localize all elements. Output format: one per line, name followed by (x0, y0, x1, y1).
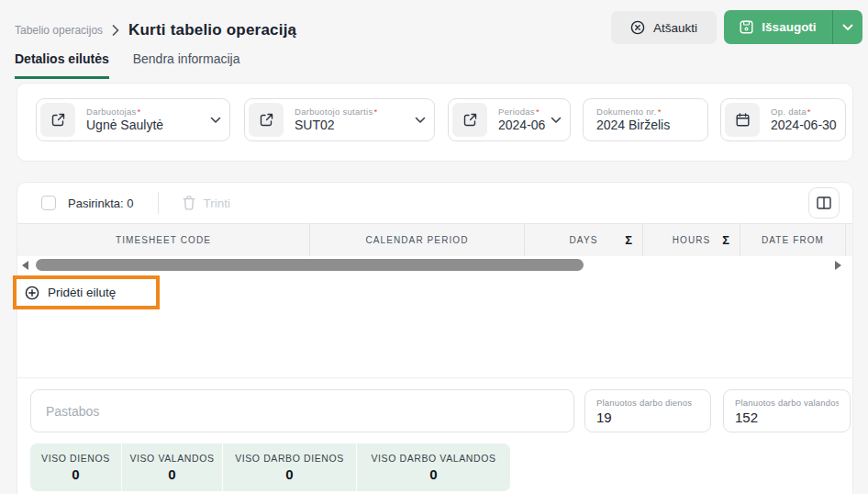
tab-detalios-eilutes[interactable]: Detalios eilutės (15, 51, 109, 79)
trash-icon (183, 196, 195, 210)
column-header-filler (846, 224, 852, 256)
document-number-label: Dokumento nr.* (596, 107, 670, 118)
totals-strip: VISO DIENOS 0 VISO VALANDOS 0 VISO DARBO… (30, 443, 510, 491)
operation-date-value: 2024-06-30 (771, 118, 837, 134)
add-row-button[interactable]: Pridėti eilutę (17, 279, 156, 306)
period-field-label: Periodas* (498, 107, 545, 118)
external-link-icon[interactable] (452, 103, 487, 137)
document-fields-card: Darbuotojas* Ugnė Saulytė Darbuotojo sut… (17, 83, 853, 162)
planned-work-days-box: Planuotos darbo dienos 19 (584, 389, 711, 432)
planned-work-hours-value: 152 (735, 410, 839, 425)
table-toolbar: Pasirinkta: 0 Trinti (17, 183, 852, 223)
save-options-dropdown-button[interactable] (832, 10, 862, 44)
planned-work-hours-label: Planuotos darbo valandos (735, 398, 839, 408)
period-field-value: 2024-06 (498, 118, 545, 134)
notes-section-divider (17, 377, 853, 378)
total-hours-cell: VISO VALANDOS 0 (122, 443, 223, 491)
breadcrumb: Tabelio operacijos Kurti tabelio operaci… (15, 17, 296, 44)
total-days-cell: VISO DIENOS 0 (30, 443, 122, 491)
column-header-days[interactable]: DAYS Σ (525, 224, 643, 256)
chevron-down-icon[interactable] (551, 117, 562, 124)
employee-select[interactable]: Darbuotojas* Ugnė Saulytė (36, 98, 230, 141)
required-asterisk: * (373, 107, 377, 117)
calendar-icon[interactable] (725, 103, 760, 137)
total-work-hours-cell: VISO DARBO VALANDOS 0 (357, 443, 510, 491)
sigma-sum-icon[interactable]: Σ (625, 233, 632, 247)
employee-field-value: Ugnė Saulytė (86, 118, 163, 134)
column-header-hours[interactable]: HOURS Σ (643, 224, 740, 256)
total-work-hours-label: VISO DARBO VALANDOS (371, 453, 495, 464)
document-number-text: Dokumento nr.* 2024 Birželis (584, 107, 670, 133)
document-number-field[interactable]: Dokumento nr.* 2024 Birželis (583, 98, 708, 141)
required-asterisk: * (536, 107, 540, 117)
table-header-row: TIMESHEET CODE CALENDAR PERIOD DAYS Σ HO… (17, 223, 852, 256)
save-button[interactable]: Išsaugoti (724, 10, 832, 44)
chevron-down-icon (842, 24, 853, 31)
contract-field-label: Darbuotojo sutartis* (295, 107, 377, 118)
page-title: Kurti tabelio operaciją (128, 21, 296, 39)
document-number-value: 2024 Birželis (596, 118, 670, 134)
sigma-sum-icon[interactable]: Σ (722, 233, 729, 247)
cancel-button[interactable]: Atšaukti (611, 11, 717, 44)
delete-rows-button[interactable]: Trinti (183, 196, 231, 210)
add-row-label: Pridėti eilutę (48, 286, 116, 299)
delete-rows-label: Trinti (204, 196, 231, 210)
chevron-down-icon[interactable] (415, 117, 426, 124)
total-days-value: 0 (72, 466, 79, 482)
operation-date-field[interactable]: Op. data* 2024-06-30 (720, 98, 846, 141)
column-header-timesheet-code[interactable]: TIMESHEET CODE (17, 224, 310, 256)
notes-input[interactable] (30, 389, 574, 432)
total-hours-value: 0 (168, 466, 175, 482)
total-work-days-label: VISO DARBO DIENOS (235, 453, 344, 464)
required-asterisk: * (807, 107, 811, 117)
toolbar-divider (158, 192, 159, 214)
operation-date-text: Op. data* 2024-06-30 (763, 107, 837, 133)
total-work-hours-value: 0 (429, 466, 437, 482)
tab-bendra-informacija[interactable]: Bendra informacija (133, 51, 240, 79)
columns-layout-icon (817, 196, 831, 209)
tab-bar: Detalios eilutės Bendra informacija (15, 51, 239, 79)
operation-date-label: Op. data* (771, 107, 837, 118)
scroll-left-icon[interactable] (22, 261, 28, 270)
external-link-icon[interactable] (40, 103, 75, 137)
cancel-circle-x-icon (630, 20, 645, 35)
scroll-right-icon[interactable] (835, 261, 841, 270)
chevron-down-icon[interactable] (210, 117, 221, 124)
save-floppy-icon (740, 20, 753, 34)
total-days-label: VISO DIENOS (41, 453, 110, 464)
contract-field-text: Darbuotojo sutartis* SUT02 (287, 107, 377, 133)
select-all-checkbox[interactable] (41, 196, 56, 210)
cancel-button-label: Atšaukti (653, 21, 697, 35)
horizontal-scrollbar[interactable] (17, 257, 852, 274)
total-work-days-cell: VISO DARBO DIENOS 0 (223, 443, 357, 491)
employee-field-label: Darbuotojas* (86, 107, 163, 118)
external-link-icon[interactable] (249, 103, 284, 137)
planned-work-hours-box: Planuotos darbo valandos 152 (723, 389, 851, 432)
selected-count-label: Pasirinkta: 0 (68, 196, 134, 210)
scrollbar-thumb[interactable] (36, 259, 584, 271)
save-button-label: Išsaugoti (762, 20, 816, 34)
page: Tabelio operacijos Kurti tabelio operaci… (0, 0, 868, 494)
circle-plus-icon (25, 286, 39, 300)
employee-field-text: Darbuotojas* Ugnė Saulytė (79, 107, 163, 133)
breadcrumb-parent-link[interactable]: Tabelio operacijos (15, 24, 103, 37)
period-field-text: Periodas* 2024-06 (491, 107, 545, 133)
save-split-button: Išsaugoti (724, 10, 862, 44)
add-row-highlight-box: Pridėti eilutę (13, 275, 160, 309)
chevron-right-icon (112, 25, 119, 36)
contract-select[interactable]: Darbuotojo sutartis* SUT02 (244, 98, 435, 141)
total-hours-label: VISO VALANDOS (129, 453, 214, 464)
column-header-calendar-period[interactable]: CALENDAR PERIOD (310, 224, 525, 256)
contract-field-value: SUT02 (295, 118, 377, 134)
total-work-days-value: 0 (285, 466, 293, 482)
column-header-date-from[interactable]: DATE FROM (740, 224, 846, 256)
required-asterisk: * (658, 107, 662, 117)
planned-work-days-label: Planuotos darbo dienos (596, 398, 699, 408)
required-asterisk: * (138, 107, 141, 117)
period-select[interactable]: Periodas* 2024-06 (448, 98, 571, 141)
column-settings-button[interactable] (808, 187, 840, 219)
planned-work-days-value: 19 (596, 410, 699, 425)
